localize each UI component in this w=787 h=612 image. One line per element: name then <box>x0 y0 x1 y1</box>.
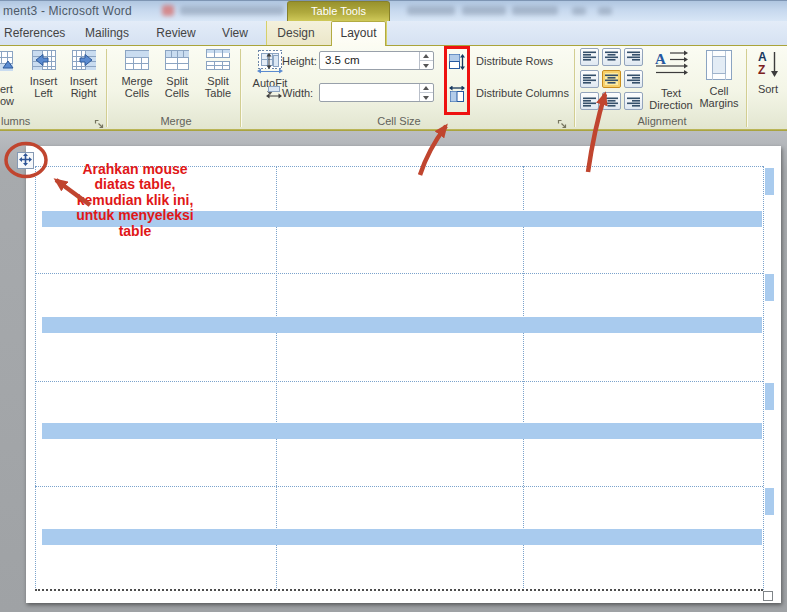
text-direction-icon: A <box>646 48 696 84</box>
table-border-left <box>35 166 36 590</box>
svg-text:A: A <box>758 50 767 64</box>
tab-design[interactable]: Design <box>269 21 323 45</box>
svg-text:A: A <box>655 51 666 67</box>
align-top-center-button[interactable] <box>602 48 621 66</box>
merge-cells-icon <box>117 48 157 72</box>
table-border-row1 <box>35 273 763 274</box>
insert-below-label-partial-1: ert <box>0 83 13 95</box>
sort-button[interactable]: AZ Sort <box>750 48 786 95</box>
width-spinner[interactable] <box>419 84 433 101</box>
redacted-blur <box>512 6 558 15</box>
ribbon-layout-tab: ert ow Insert Left Insert Right lumns Me… <box>0 45 787 129</box>
move-icon <box>19 152 32 170</box>
window-titlebar: ment3 - Microsoft Word Table Tools <box>0 0 787 21</box>
cell-size-dialog-launcher[interactable] <box>557 116 568 127</box>
svg-text:Z: Z <box>758 63 765 77</box>
tab-review[interactable]: Review <box>151 21 201 45</box>
align-bottom-left-button[interactable] <box>580 92 599 110</box>
height-input[interactable]: 3.5 cm <box>319 51 434 70</box>
word-window: ment3 - Microsoft Word Table Tools Refer… <box>0 0 787 612</box>
align-center-left-button[interactable] <box>580 70 599 88</box>
table-border-col2 <box>523 166 524 590</box>
table-border-col1 <box>276 166 277 590</box>
distribute-rows-icon <box>449 54 466 74</box>
distribute-columns-label: Distribute Columns <box>476 87 569 99</box>
merge-group-label: Merge <box>108 115 244 127</box>
split-table-button[interactable]: Split Table <box>198 48 238 99</box>
insert-left-label-1: Insert <box>24 75 63 87</box>
insert-left-button[interactable]: Insert Left <box>24 48 63 99</box>
insert-right-button[interactable]: Insert Right <box>64 48 103 99</box>
selected-row-highlight <box>42 317 762 333</box>
cell-margins-label-2: Margins <box>694 97 744 109</box>
insert-right-label-2: Right <box>64 87 103 99</box>
height-spinner[interactable] <box>419 52 433 69</box>
redacted-blur <box>572 7 586 15</box>
width-label: Width: <box>282 87 313 99</box>
redacted-blur <box>407 6 455 15</box>
height-label: Height: <box>282 55 317 67</box>
table-move-handle[interactable] <box>17 152 34 169</box>
cell-margins-label-1: Cell <box>694 85 744 97</box>
selected-row-highlight <box>42 529 762 545</box>
row-height-icon <box>266 53 279 73</box>
rows-columns-dialog-launcher[interactable] <box>94 116 105 127</box>
annotation-line: diatas table, <box>45 177 225 192</box>
merge-cells-label-1: Merge <box>117 75 157 87</box>
table-border-row3 <box>35 486 763 487</box>
split-cells-icon <box>158 48 196 72</box>
align-bottom-center-button[interactable] <box>602 92 621 110</box>
table-border-bottom <box>35 589 763 591</box>
text-direction-label-1: Text <box>646 87 696 99</box>
table-border-row2 <box>35 381 763 382</box>
table-border-right <box>763 166 764 590</box>
insert-below-button-partial[interactable] <box>0 49 17 77</box>
split-table-label-2: Table <box>198 87 238 99</box>
insert-right-label-1: Insert <box>64 75 103 87</box>
split-cells-label-2: Cells <box>158 87 196 99</box>
distribute-columns-icon <box>449 86 466 106</box>
insert-left-label-2: Left <box>24 87 63 99</box>
distribute-rows-label: Distribute Rows <box>476 55 553 67</box>
insert-right-icon <box>64 48 103 72</box>
table-resize-handle[interactable] <box>763 591 773 601</box>
tab-layout[interactable]: Layout <box>331 21 386 46</box>
align-center-right-button[interactable] <box>624 70 643 88</box>
cell-margins-button[interactable]: Cell Margins <box>694 48 744 109</box>
annotation-line: untuk menyeleksi <box>45 208 225 223</box>
tab-view[interactable]: View <box>212 21 258 45</box>
redacted-blur <box>462 6 506 15</box>
annotation-line: kemudian klik ini, <box>45 193 225 208</box>
align-center-button[interactable] <box>602 70 621 88</box>
column-width-icon <box>266 85 282 104</box>
tab-references[interactable]: References <box>4 21 54 45</box>
distribute-columns-button[interactable]: Distribute Columns <box>447 85 577 103</box>
row-end-marker <box>765 383 774 410</box>
height-value: 3.5 cm <box>325 54 360 66</box>
ribbon-tab-bar: References Mailings Review View Design L… <box>0 21 787 45</box>
merge-cells-label-2: Cells <box>117 87 157 99</box>
table-tools-contextual-header: Table Tools <box>287 1 390 21</box>
annotation-line: Arahkan mouse <box>45 162 225 177</box>
sort-az-icon: AZ <box>750 48 786 80</box>
insert-below-label-partial-2: ow <box>0 95 14 107</box>
split-cells-label-1: Split <box>158 75 196 87</box>
align-top-left-button[interactable] <box>580 48 599 66</box>
merge-cells-button[interactable]: Merge Cells <box>117 48 157 99</box>
align-bottom-right-button[interactable] <box>624 92 643 110</box>
rows-columns-group-label: lumns <box>1 115 41 127</box>
redacted-icon-blur <box>162 5 174 16</box>
text-direction-button[interactable]: A Text Direction <box>646 48 696 111</box>
width-input[interactable] <box>319 83 434 102</box>
cell-margins-icon <box>694 48 744 82</box>
redacted-blur <box>180 6 284 15</box>
align-top-right-button[interactable] <box>624 48 643 66</box>
annotation-text: Arahkan mouse diatas table, kemudian kli… <box>45 162 225 239</box>
tab-mailings[interactable]: Mailings <box>79 21 135 45</box>
row-end-marker <box>765 168 774 195</box>
window-title: ment3 - Microsoft Word <box>3 4 132 18</box>
sort-label: Sort <box>750 83 786 95</box>
split-cells-button[interactable]: Split Cells <box>158 48 196 99</box>
distribute-rows-button[interactable]: Distribute Rows <box>447 53 565 71</box>
selected-row-highlight <box>42 423 762 439</box>
